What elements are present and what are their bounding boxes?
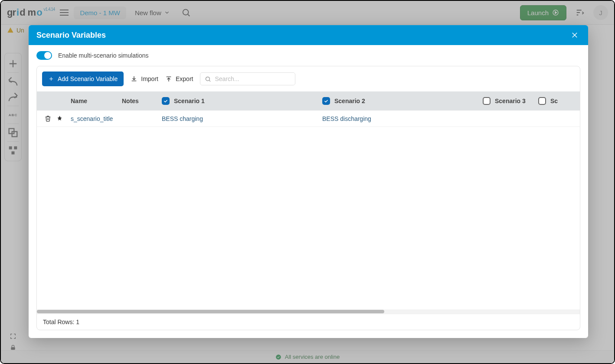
- search-box[interactable]: [200, 72, 295, 85]
- panel-toolbar: Add Scenario Variable Import Export: [37, 66, 580, 91]
- col-scenario-3-header: Scenario 3: [483, 97, 538, 105]
- scenario-1-checkbox[interactable]: [162, 97, 170, 105]
- col-scenario-1-header: Scenario 1: [162, 97, 322, 105]
- table-row[interactable]: s_scenario_title BESS charging BESS disc…: [37, 110, 580, 127]
- plus-icon: [48, 76, 54, 82]
- enable-multiscenario-toggle[interactable]: [36, 51, 52, 60]
- grid-header: Name Notes Scenario 1 Scenario 2 Sce: [37, 91, 580, 110]
- enable-multiscenario-row: Enable multi-scenario simulations: [36, 51, 580, 60]
- modal-title: Scenario Variables: [36, 31, 106, 40]
- grid: Name Notes Scenario 1 Scenario 2 Sce: [37, 91, 580, 127]
- modal-body: Enable multi-scenario simulations Add Sc…: [29, 45, 588, 338]
- scenario-4-checkbox[interactable]: [538, 97, 546, 105]
- upload-icon: [165, 75, 172, 82]
- scenario-3-checkbox[interactable]: [483, 97, 491, 105]
- scenario-panel: Add Scenario Variable Import Export: [36, 66, 580, 330]
- trash-icon[interactable]: [45, 115, 51, 122]
- grid-wrap: Name Notes Scenario 1 Scenario 2 Sce: [37, 91, 580, 314]
- col-scenario-4-header: Sc: [538, 97, 580, 105]
- export-button[interactable]: Export: [165, 75, 193, 82]
- svg-point-20: [206, 77, 210, 81]
- close-button[interactable]: [569, 29, 580, 41]
- svg-line-21: [209, 80, 211, 81]
- add-scenario-variable-button[interactable]: Add Scenario Variable: [42, 72, 124, 86]
- cell-name[interactable]: s_scenario_title: [71, 115, 122, 122]
- download-icon: [131, 75, 137, 82]
- scenario-2-checkbox[interactable]: [322, 97, 330, 105]
- cell-scenario-1[interactable]: BESS charging: [162, 115, 322, 122]
- col-notes-header: Notes: [122, 98, 162, 104]
- search-input[interactable]: [215, 75, 291, 82]
- cell-scenario-2[interactable]: BESS discharging: [322, 115, 483, 122]
- pin-icon[interactable]: [56, 115, 63, 122]
- horizontal-scrollbar[interactable]: [37, 309, 580, 314]
- enable-multiscenario-label: Enable multi-scenario simulations: [58, 52, 149, 59]
- close-icon: [571, 31, 579, 39]
- modal-header: Scenario Variables: [29, 25, 588, 45]
- scenario-variables-modal: Scenario Variables Enable multi-scenario…: [29, 25, 588, 338]
- search-icon: [205, 76, 211, 82]
- import-button[interactable]: Import: [131, 75, 158, 82]
- col-scenario-2-header: Scenario 2: [322, 97, 483, 105]
- panel-footer: Total Rows: 1: [37, 314, 580, 330]
- col-name-header: Name: [71, 98, 122, 104]
